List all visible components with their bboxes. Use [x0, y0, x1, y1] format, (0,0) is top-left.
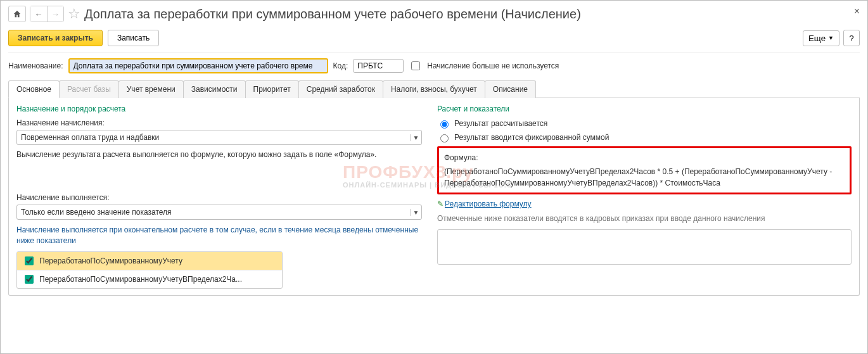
tab-avg[interactable]: Средний заработок: [298, 80, 383, 98]
code-input[interactable]: [353, 59, 404, 73]
tab-priority[interactable]: Приоритет: [245, 80, 299, 98]
radio-fixed[interactable]: Результат вводится фиксированной суммой: [437, 132, 852, 142]
calc-hint: Вычисление результата расчета выполняетс…: [16, 150, 422, 159]
accrual-dialog: × ← → ☆ Доплата за переработки при сумми…: [0, 0, 868, 354]
tabs: Основное Расчет базы Учет времени Зависи…: [8, 80, 860, 98]
assignment-label: Назначение начисления:: [16, 118, 422, 127]
tab-time[interactable]: Учет времени: [118, 80, 184, 98]
tab-tax[interactable]: Налоги, взносы, бухучет: [383, 80, 485, 98]
indicators-list: ПереработаноПоСуммированномуУчету Перера…: [16, 251, 283, 289]
tab-content-main: Назначение и порядок расчета Назначение …: [8, 98, 860, 296]
help-button[interactable]: ?: [843, 30, 860, 46]
formula-text: (ПереработаноПоСуммированномуУчетуВПреде…: [444, 166, 845, 189]
home-button[interactable]: [8, 6, 26, 22]
radio-calc-input[interactable]: [440, 120, 449, 129]
tab-desc[interactable]: Описание: [485, 80, 536, 98]
right-section-title: Расчет и показатели: [437, 104, 852, 113]
save-button[interactable]: Записать: [108, 30, 159, 46]
code-label: Код:: [333, 61, 348, 70]
indicator-row[interactable]: ПереработаноПоСуммированномуУчету: [17, 252, 282, 270]
page-title: Доплата за переработки при суммированном…: [84, 7, 581, 22]
formula-box: Формула: (ПереработаноПоСуммированномуУч…: [437, 146, 852, 194]
formula-label: Формула:: [444, 152, 845, 163]
radio-fixed-input[interactable]: [440, 134, 449, 142]
edit-formula-link[interactable]: ✎Редактировать формулу: [437, 199, 852, 208]
indicator-label: ПереработаноПоСуммированномуУчету: [39, 256, 182, 265]
tab-main[interactable]: Основное: [8, 80, 60, 98]
indicators-empty-list[interactable]: [437, 229, 852, 265]
more-button[interactable]: Еще ▼: [803, 30, 839, 46]
close-icon[interactable]: ×: [854, 6, 860, 17]
titlebar: ← → ☆ Доплата за переработки при суммиро…: [8, 6, 860, 22]
pencil-icon: ✎: [437, 199, 444, 208]
chevron-down-icon: ▼: [828, 35, 834, 41]
left-section-title: Назначение и порядок расчета: [16, 104, 422, 113]
name-label: Наименование:: [8, 61, 63, 70]
forward-button[interactable]: →: [47, 6, 63, 22]
not-used-label: Начисление больше не используется: [427, 61, 559, 70]
star-icon[interactable]: ☆: [68, 6, 80, 22]
exec-select[interactable]: Только если введено значение показателя …: [16, 205, 422, 220]
assignment-select[interactable]: Повременная оплата труда и надбавки ▼: [16, 130, 422, 145]
toolbar: Записать и закрыть Записать Еще ▼ ?: [8, 27, 860, 53]
header-fields: Наименование: Код: Начисление больше не …: [8, 58, 860, 73]
exec-label: Начисление выполняется:: [16, 193, 422, 202]
indicator-checkbox[interactable]: [25, 275, 34, 284]
indicator-row[interactable]: ПереработаноПоСуммированномуУчетуВПредел…: [17, 270, 282, 288]
save-close-button[interactable]: Записать и закрыть: [8, 30, 103, 46]
chevron-down-icon[interactable]: ▼: [410, 134, 421, 141]
radio-calc[interactable]: Результат рассчитывается: [437, 118, 852, 129]
name-input[interactable]: [68, 58, 328, 73]
indicator-checkbox[interactable]: [25, 256, 34, 265]
indicators-hint: Отмеченные ниже показатели вводятся в ка…: [437, 213, 852, 224]
exec-hint: Начисление выполняется при окончательном…: [16, 225, 422, 246]
not-used-checkbox[interactable]: [411, 61, 420, 70]
back-button[interactable]: ←: [30, 6, 47, 22]
chevron-down-icon[interactable]: ▼: [410, 209, 421, 216]
indicator-label: ПереработаноПоСуммированномуУчетуВПредел…: [39, 275, 242, 284]
nav-buttons: ← →: [30, 6, 64, 22]
tab-deps[interactable]: Зависимости: [183, 80, 246, 98]
tab-base[interactable]: Расчет базы: [59, 80, 119, 98]
